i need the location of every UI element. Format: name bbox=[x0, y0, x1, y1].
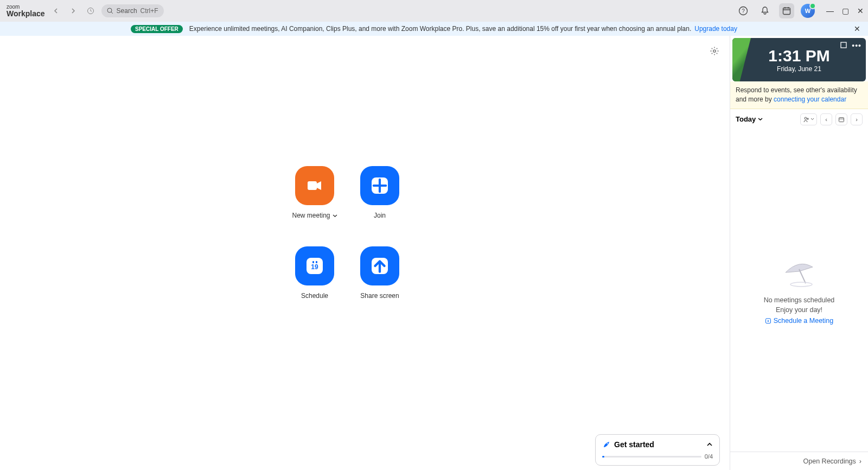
clock-date: Friday, June 21 bbox=[777, 65, 821, 73]
close-button[interactable]: ✕ bbox=[857, 7, 864, 15]
calendar-icon bbox=[782, 6, 792, 16]
chevron-left-icon bbox=[53, 8, 59, 14]
chevron-down-icon bbox=[810, 117, 814, 121]
svg-point-18 bbox=[790, 282, 812, 287]
title-bar-right: ? W — ▢ ✕ bbox=[736, 3, 864, 18]
calendar-day-icon: 19 bbox=[307, 258, 323, 274]
today-dropdown[interactable]: Today bbox=[736, 115, 763, 123]
get-started-card: Get started 0/4 bbox=[595, 434, 720, 466]
history-button[interactable] bbox=[84, 4, 97, 17]
search-input[interactable]: Search Ctrl+F bbox=[101, 4, 164, 17]
promo-close-button[interactable]: ✕ bbox=[854, 24, 860, 33]
svg-text:?: ? bbox=[742, 8, 745, 14]
calendar-today-button[interactable] bbox=[835, 113, 847, 125]
calendar-next-button[interactable]: › bbox=[851, 113, 863, 125]
svg-rect-14 bbox=[841, 42, 846, 48]
title-bar-left: zoom Workplace Search Ctrl+F bbox=[4, 4, 164, 17]
schedule-meeting-link[interactable]: Schedule a Meeting bbox=[765, 317, 834, 325]
svg-point-15 bbox=[805, 117, 807, 119]
get-started-toggle[interactable]: Get started bbox=[602, 440, 713, 449]
help-button[interactable]: ? bbox=[736, 3, 751, 18]
person-icon bbox=[803, 116, 809, 123]
share-screen-button[interactable]: Share screen bbox=[347, 246, 412, 300]
promo-pill: SPECIAL OFFER bbox=[131, 25, 183, 33]
minimize-button[interactable]: — bbox=[827, 7, 833, 15]
action-grid: New meeting Join 19 bbox=[282, 166, 412, 300]
connect-calendar-link[interactable]: connecting your calendar bbox=[774, 96, 846, 103]
brand-line2: Workplace bbox=[7, 10, 45, 17]
share-screen-label: Share screen bbox=[360, 292, 399, 300]
calendar-prev-button[interactable]: ‹ bbox=[820, 113, 832, 125]
get-started-title: Get started bbox=[614, 440, 654, 449]
bell-icon bbox=[760, 6, 770, 16]
window-controls: — ▢ ✕ bbox=[827, 7, 864, 15]
svg-rect-16 bbox=[839, 117, 844, 122]
chevron-right-icon: › bbox=[859, 458, 861, 465]
brand-logo: zoom Workplace bbox=[4, 4, 45, 17]
clock-card: ••• 1:31 PM Friday, June 21 bbox=[732, 38, 866, 81]
promo-text: Experience unlimited meetings, AI Compan… bbox=[189, 25, 691, 33]
gear-icon bbox=[710, 46, 719, 56]
search-shortcut: Ctrl+F bbox=[141, 7, 158, 15]
svg-point-11 bbox=[713, 50, 716, 52]
calendar-connect-prompt: Respond to events, see other's availabil… bbox=[730, 81, 868, 109]
new-meeting-button[interactable]: New meeting bbox=[282, 166, 347, 219]
notifications-button[interactable] bbox=[757, 3, 773, 18]
svg-point-13 bbox=[607, 443, 608, 444]
back-button[interactable] bbox=[49, 4, 62, 17]
body: New meeting Join 19 bbox=[0, 36, 868, 470]
progress-count: 0/4 bbox=[705, 453, 713, 460]
open-recordings-label: Open Recordings bbox=[803, 458, 856, 465]
clock-decoration bbox=[732, 38, 751, 81]
clock-time: 1:31 PM bbox=[768, 47, 829, 65]
clock-more-button[interactable]: ••• bbox=[852, 41, 861, 50]
new-meeting-label: New meeting bbox=[292, 212, 337, 219]
calendar-empty-state: No meetings scheduled Enjoy your day! Sc… bbox=[730, 130, 868, 452]
action-label-text: New meeting bbox=[292, 212, 330, 219]
svg-rect-10 bbox=[783, 8, 790, 15]
chevron-down-icon[interactable] bbox=[333, 213, 337, 218]
video-camera-icon bbox=[305, 176, 324, 195]
join-tile bbox=[360, 166, 399, 205]
empty-line1: No meetings scheduled bbox=[764, 296, 835, 304]
chevron-down-icon bbox=[758, 117, 763, 122]
svg-point-1 bbox=[107, 8, 112, 12]
search-icon bbox=[107, 8, 113, 14]
help-icon: ? bbox=[738, 6, 748, 16]
join-button[interactable]: Join bbox=[347, 166, 412, 219]
main-area: New meeting Join 19 bbox=[0, 36, 730, 470]
history-icon bbox=[87, 7, 94, 15]
maximize-button[interactable]: ▢ bbox=[842, 7, 848, 15]
calendar-controls: Today ‹ › bbox=[730, 109, 868, 130]
calendar-sidebar: ••• 1:31 PM Friday, June 21 Respond to e… bbox=[730, 36, 868, 470]
promo-banner: SPECIAL OFFER Experience unlimited meeti… bbox=[0, 22, 868, 36]
avatar-initials: W bbox=[805, 8, 810, 14]
settings-button[interactable] bbox=[707, 43, 722, 59]
chevron-up-icon bbox=[706, 441, 713, 448]
arrow-up-icon bbox=[372, 258, 388, 274]
schedule-meeting-label: Schedule a Meeting bbox=[774, 317, 834, 325]
rocket-icon bbox=[602, 440, 611, 449]
new-meeting-tile bbox=[295, 166, 334, 205]
today-label: Today bbox=[736, 115, 756, 123]
umbrella-icon bbox=[777, 256, 821, 289]
promo-link[interactable]: Upgrade today bbox=[694, 25, 737, 33]
calendar-plus-icon bbox=[765, 317, 771, 324]
forward-button[interactable] bbox=[67, 4, 80, 17]
svg-rect-12 bbox=[308, 181, 317, 190]
calendar-toggle-button[interactable] bbox=[779, 3, 794, 18]
search-placeholder: Search bbox=[117, 7, 137, 15]
join-label: Join bbox=[374, 212, 386, 219]
chevron-right-icon bbox=[71, 8, 76, 14]
title-bar: zoom Workplace Search Ctrl+F Home Meetin… bbox=[0, 0, 868, 22]
svg-line-17 bbox=[799, 269, 806, 283]
calendar-small-icon bbox=[838, 116, 845, 123]
open-recordings-button[interactable]: Open Recordings › bbox=[730, 452, 868, 470]
schedule-button[interactable]: 19 Schedule bbox=[282, 246, 347, 300]
get-started-progress: 0/4 bbox=[602, 453, 713, 460]
schedule-tile: 19 bbox=[295, 246, 334, 285]
contacts-filter-button[interactable] bbox=[800, 113, 817, 125]
clock-expand-button[interactable] bbox=[840, 41, 847, 50]
profile-avatar[interactable]: W bbox=[801, 4, 815, 18]
empty-line2: Enjoy your day! bbox=[776, 306, 822, 314]
